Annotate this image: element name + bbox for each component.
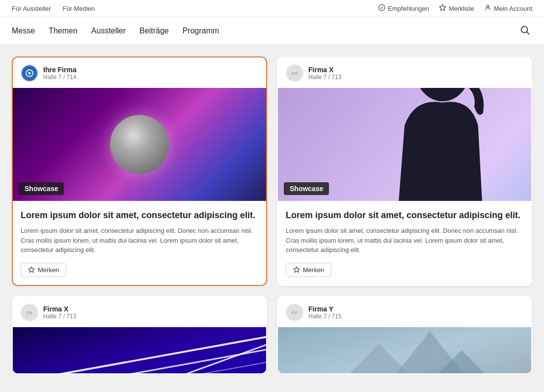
account-icon (484, 4, 491, 13)
svg-text:FY: FY (292, 310, 297, 315)
card-1-company-name: Ihre Firma (43, 66, 77, 74)
card-2-merken-button[interactable]: Merken (286, 263, 331, 277)
card-4-company-name: Firma Y (308, 305, 341, 313)
card-3-header: FX Firma X Halle 7 / 713 (13, 297, 266, 327)
nav-beitraege[interactable]: Beiträge (139, 18, 169, 44)
nav-aussteller[interactable]: Aussteller (91, 18, 126, 44)
ihre-firma-logo-icon (23, 66, 36, 80)
card-2-company-name: Firma X (308, 66, 341, 74)
star-icon (28, 266, 35, 273)
content-area: Ihre Firma Halle 7 / 714 Showcase Lorem … (0, 45, 544, 374)
card-3-company-info: Firma X Halle 7 / 713 (43, 305, 76, 320)
card-2-desc: Lorem ipsum dolor sit amet, consectetur … (286, 226, 523, 255)
star-icon (293, 266, 300, 273)
card-2-company-info: Firma X Halle 7 / 713 (308, 66, 341, 81)
svg-point-2 (487, 5, 489, 8)
for-medien-link[interactable]: Für Medien (62, 5, 95, 12)
card-2-logo: FX (286, 64, 303, 82)
card-1-body: Lorem ipsum dolor sit amet, consectetur … (13, 201, 266, 285)
card-4-company-info: Firma Y Halle 7 / 715 (308, 305, 341, 320)
firma-x-logo-icon: FX (288, 66, 301, 80)
card-3-company-hall: Halle 7 / 713 (43, 313, 76, 320)
empfehlungen-icon (378, 4, 385, 13)
card-1-company-info: Ihre Firma Halle 7 / 714 (43, 66, 77, 81)
card-1-title: Lorem ipsum dolor sit amet, consectetur … (21, 210, 258, 221)
card-2-header: FX Firma X Halle 7 / 713 (278, 57, 531, 88)
svg-text:FX: FX (292, 71, 297, 76)
card-2-body: Lorem ipsum dolor sit amet, consectetur … (278, 201, 531, 285)
svg-marker-15 (294, 267, 299, 273)
card-2-image: Showcase (278, 88, 531, 201)
card-3: FX Firma X Halle 7 / 713 (12, 296, 267, 374)
svg-line-4 (527, 32, 529, 34)
card-1-image: Showcase (13, 88, 266, 201)
card-4-logo: FY (286, 304, 303, 321)
nav-themen[interactable]: Themen (49, 18, 78, 44)
firma-y-logo-icon: FY (288, 306, 301, 319)
search-button[interactable] (517, 23, 532, 39)
nav-messe[interactable]: Messe (12, 18, 35, 44)
card-3-company-name: Firma X (43, 305, 76, 313)
cards-grid: Ihre Firma Halle 7 / 714 Showcase Lorem … (12, 56, 532, 374)
card-3-image (13, 327, 266, 374)
architecture-svg (278, 327, 531, 374)
merkliste-nav[interactable]: Merkliste (439, 4, 474, 13)
account-nav[interactable]: Mein Account (484, 4, 532, 13)
merkliste-icon (439, 4, 446, 13)
card-2-badge: Showcase (284, 182, 329, 195)
search-icon (519, 25, 530, 35)
card-2: FX Firma X Halle 7 / 713 (277, 56, 532, 286)
nav-programm[interactable]: Programm (183, 18, 219, 44)
firma-x2-logo-icon: FX (23, 306, 36, 319)
svg-point-0 (379, 4, 385, 11)
card-4: FY Firma Y Halle 7 / 715 (277, 296, 532, 374)
card-1-badge: Showcase (19, 182, 64, 195)
card-1-merken-button[interactable]: Merken (21, 263, 66, 277)
nav-links: Messe Themen Aussteller Beiträge Program… (12, 18, 219, 44)
svg-text:FX: FX (27, 310, 32, 315)
main-nav: Messe Themen Aussteller Beiträge Program… (0, 17, 544, 45)
svg-point-9 (28, 72, 30, 74)
card-3-logo: FX (21, 304, 38, 321)
top-bar-right: Empfehlungen Merkliste Mein Account (378, 4, 532, 13)
for-aussteller-link[interactable]: Für Aussteller (12, 5, 51, 12)
card-1-logo (21, 64, 38, 82)
empfehlungen-label: Empfehlungen (388, 5, 429, 12)
svg-marker-1 (439, 4, 446, 10)
card-1-desc: Lorem ipsum dolor sit amet, consectetur … (21, 226, 258, 255)
top-bar-left: Für Aussteller Für Medien (12, 5, 95, 12)
empfehlungen-nav[interactable]: Empfehlungen (378, 4, 429, 13)
svg-point-3 (521, 27, 528, 33)
card-2-company-hall: Halle 7 / 713 (308, 74, 341, 81)
card-2-title: Lorem ipsum dolor sit amet, consectetur … (286, 210, 523, 221)
purple-lines-svg (13, 327, 266, 374)
card-4-header: FY Firma Y Halle 7 / 715 (278, 297, 531, 327)
svg-marker-10 (28, 267, 34, 273)
account-label: Mein Account (494, 5, 532, 12)
merkliste-label: Merkliste (449, 5, 474, 12)
card-1: Ihre Firma Halle 7 / 714 Showcase Lorem … (12, 56, 267, 286)
top-bar: Für Aussteller Für Medien Empfehlungen M… (0, 0, 544, 17)
card-4-company-hall: Halle 7 / 715 (308, 313, 341, 320)
card-1-header: Ihre Firma Halle 7 / 714 (13, 57, 266, 88)
svg-rect-18 (13, 327, 266, 374)
card-4-image (278, 327, 531, 374)
card-1-company-hall: Halle 7 / 714 (43, 74, 77, 81)
